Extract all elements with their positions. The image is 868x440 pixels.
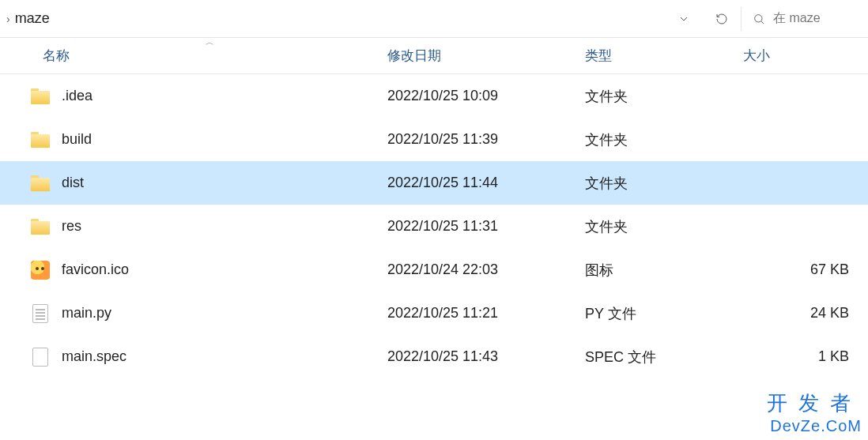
cell-type: PY 文件 <box>585 291 743 335</box>
search-icon <box>753 13 765 25</box>
cell-size: 67 KB <box>743 248 868 291</box>
file-name: .idea <box>62 88 92 104</box>
address-toolbar: › maze 在 maze <box>0 0 868 38</box>
search-placeholder: 在 maze <box>773 10 821 27</box>
refresh-button[interactable] <box>703 0 741 38</box>
folder-icon <box>30 216 51 237</box>
folder-icon <box>30 130 51 150</box>
column-header-size[interactable]: 大小 <box>743 38 868 73</box>
breadcrumb-segment[interactable]: maze <box>15 10 50 27</box>
watermark-line1: 开发者 <box>767 389 862 417</box>
cell-date: 2022/10/25 11:44 <box>387 161 585 205</box>
watermark-line2: DevZe.CoM <box>767 417 862 435</box>
recent-locations-button[interactable] <box>665 0 703 38</box>
chevron-down-icon <box>677 13 690 25</box>
chevron-right-icon: › <box>6 13 10 25</box>
file-name: build <box>62 131 92 148</box>
cell-date: 2022/10/25 11:21 <box>387 291 585 335</box>
column-header-name[interactable]: 名称 ︿ <box>24 38 387 73</box>
cell-date: 2022/10/25 11:31 <box>387 205 585 248</box>
cell-name: main.spec <box>24 335 387 378</box>
cell-type: 文件夹 <box>585 74 743 118</box>
file-row[interactable]: main.spec2022/10/25 11:43SPEC 文件1 KB <box>0 335 868 378</box>
folder-open-icon <box>30 173 51 194</box>
file-row[interactable]: favicon.ico2022/10/24 22:03图标67 KB <box>0 248 868 291</box>
refresh-icon <box>715 13 728 25</box>
file-row[interactable]: build2022/10/25 11:39文件夹 <box>0 118 868 161</box>
cell-name: build <box>24 118 387 161</box>
file-name: main.spec <box>62 348 126 365</box>
ico-file-icon <box>30 260 51 280</box>
file-name: dist <box>62 175 84 191</box>
breadcrumb[interactable]: › maze <box>0 0 665 37</box>
column-header-date[interactable]: 修改日期 <box>387 38 585 73</box>
cell-size: 24 KB <box>743 291 868 335</box>
cell-date: 2022/10/25 11:39 <box>387 118 585 161</box>
cell-date: 2022/10/25 11:43 <box>387 335 585 378</box>
cell-date: 2022/10/25 10:09 <box>387 74 585 118</box>
svg-point-0 <box>755 14 762 21</box>
cell-size <box>743 161 868 205</box>
cell-name: res <box>24 205 387 248</box>
file-name: res <box>62 218 81 235</box>
text-file-icon <box>30 303 51 324</box>
cell-size: 1 KB <box>743 335 868 378</box>
cell-name: dist <box>24 161 387 205</box>
file-row[interactable]: res2022/10/25 11:31文件夹 <box>0 205 868 248</box>
file-row[interactable]: dist2022/10/25 11:44文件夹 <box>0 161 868 205</box>
cell-type: 文件夹 <box>585 161 743 205</box>
watermark: 开发者 DevZe.CoM <box>767 389 862 435</box>
column-header-type[interactable]: 类型 <box>585 38 743 73</box>
search-box[interactable]: 在 maze <box>742 0 868 37</box>
cell-name: .idea <box>24 74 387 118</box>
file-icon <box>30 347 51 367</box>
file-row[interactable]: .idea2022/10/25 10:09文件夹 <box>0 74 868 118</box>
sort-indicator-icon: ︿ <box>206 36 214 48</box>
cell-type: 图标 <box>585 248 743 291</box>
file-row[interactable]: main.py2022/10/25 11:21PY 文件24 KB <box>0 291 868 335</box>
file-name: favicon.ico <box>62 261 129 278</box>
cell-name: favicon.ico <box>24 248 387 291</box>
cell-size <box>743 205 868 248</box>
folder-icon <box>30 86 51 107</box>
cell-type: 文件夹 <box>585 205 743 248</box>
cell-name: main.py <box>24 291 387 335</box>
file-list: .idea2022/10/25 10:09文件夹build2022/10/25 … <box>0 74 868 378</box>
cell-type: 文件夹 <box>585 118 743 161</box>
cell-size <box>743 74 868 118</box>
cell-date: 2022/10/24 22:03 <box>387 248 585 291</box>
file-name: main.py <box>62 305 111 322</box>
svg-line-1 <box>761 21 764 24</box>
cell-type: SPEC 文件 <box>585 335 743 378</box>
column-header-row: 名称 ︿ 修改日期 类型 大小 <box>0 38 868 74</box>
cell-size <box>743 118 868 161</box>
